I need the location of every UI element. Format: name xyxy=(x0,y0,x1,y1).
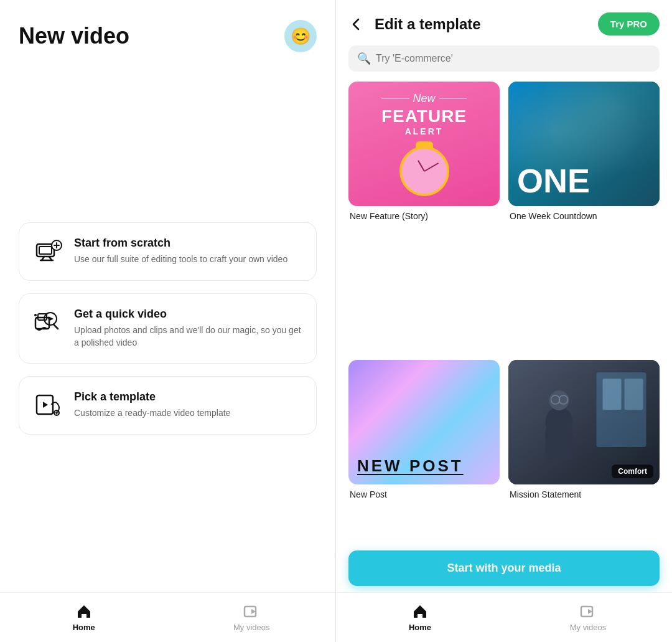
ocean-bg: ONE xyxy=(508,82,660,206)
scratch-card-text: Start from scratch Use our full suite of… xyxy=(74,237,287,266)
search-input[interactable] xyxy=(348,45,660,72)
quick-title: Get a quick video xyxy=(74,308,302,321)
home-icon-right xyxy=(411,603,429,620)
scratch-desc: Use our full suite of editing tools to c… xyxy=(74,253,287,266)
home-nav-label: Home xyxy=(73,623,95,632)
new-feature-thumb: New FEATURE ALERT xyxy=(348,82,500,206)
template-new-feature[interactable]: New FEATURE ALERT New Feature (Story) xyxy=(348,82,500,351)
try-pro-button[interactable]: Try PRO xyxy=(598,12,660,35)
right-panel: Edit a template Try PRO 🔍 New FEATURE AL… xyxy=(336,0,672,642)
template-title: Pick a template xyxy=(74,390,230,404)
new-post-thumb: NEW POST xyxy=(348,360,500,484)
quick-desc: Upload photos and clips and we'll do our… xyxy=(74,324,302,349)
svg-rect-22 xyxy=(603,379,622,410)
nav-home-right[interactable]: Home xyxy=(336,603,504,632)
svg-marker-14 xyxy=(43,402,48,408)
svg-rect-1 xyxy=(39,247,52,254)
options-area: Start from scratch Use our full suite of… xyxy=(0,65,335,592)
videos-nav-label: My videos xyxy=(233,623,270,632)
right-bottom-nav: Home My videos xyxy=(336,592,672,642)
mission-bg: Comfort xyxy=(508,360,660,484)
page-title: New video xyxy=(19,23,129,49)
mission-thumb: Comfort xyxy=(508,360,660,484)
videos-nav-label-right: My videos xyxy=(570,623,607,632)
mission-name: Mission Statement xyxy=(508,489,660,499)
comfort-badge: Comfort xyxy=(612,465,653,478)
videos-icon-right xyxy=(579,603,597,620)
svg-marker-11 xyxy=(49,316,54,321)
avatar[interactable]: 😊 xyxy=(284,20,317,52)
one-text: ONE xyxy=(517,164,590,197)
svg-point-12 xyxy=(34,314,37,316)
quick-icon xyxy=(33,308,63,338)
right-title: Edit a template xyxy=(375,16,598,33)
new-post-text: NEW POST xyxy=(357,456,464,476)
start-scratch-card[interactable]: Start from scratch Use our full suite of… xyxy=(19,222,317,281)
videos-icon xyxy=(243,603,260,620)
nav-videos-right[interactable]: My videos xyxy=(504,603,672,632)
template-card-text: Pick a template Customize a ready-made v… xyxy=(74,390,230,420)
template-mission[interactable]: Comfort Mission Statement xyxy=(508,360,660,630)
search-icon: 🔍 xyxy=(357,52,371,65)
scratch-title: Start from scratch xyxy=(74,237,287,250)
quick-video-card[interactable]: Get a quick video Upload photos and clip… xyxy=(19,293,317,363)
quick-card-text: Get a quick video Upload photos and clip… xyxy=(74,308,302,349)
new-feature-bg: New FEATURE ALERT xyxy=(348,82,500,206)
template-desc: Customize a ready-made video template xyxy=(74,407,230,420)
svg-rect-23 xyxy=(625,379,643,410)
template-one-week[interactable]: ONE One Week Countdown xyxy=(508,82,660,351)
scratch-icon xyxy=(33,237,63,267)
avatar-emoji: 😊 xyxy=(291,27,310,46)
nav-videos-left[interactable]: My videos xyxy=(168,603,336,632)
back-button[interactable] xyxy=(348,14,370,35)
template-icon xyxy=(33,390,63,420)
feature-text: New FEATURE ALERT xyxy=(381,92,467,136)
clock-graphic xyxy=(399,146,449,196)
new-feature-name: New Feature (Story) xyxy=(348,211,500,221)
svg-rect-26 xyxy=(546,428,573,460)
search-bar: 🔍 xyxy=(348,45,660,72)
template-card[interactable]: Pick a template Customize a ready-made v… xyxy=(19,376,317,435)
left-header: New video 😊 xyxy=(0,0,335,65)
template-new-post[interactable]: NEW POST New Post xyxy=(348,360,500,630)
one-week-name: One Week Countdown xyxy=(508,211,660,221)
left-bottom-nav: Home My videos xyxy=(0,592,335,642)
holo-bg: NEW POST xyxy=(348,360,500,484)
new-post-name: New Post xyxy=(348,489,500,499)
home-nav-label-right: Home xyxy=(409,623,431,632)
right-header: Edit a template Try PRO xyxy=(336,0,672,45)
start-media-button[interactable]: Start with your media xyxy=(348,550,660,586)
left-panel: New video 😊 Start from scratch xyxy=(0,0,336,642)
home-icon xyxy=(75,603,93,620)
nav-home-left[interactable]: Home xyxy=(0,603,168,632)
one-week-thumb: ONE xyxy=(508,82,660,206)
